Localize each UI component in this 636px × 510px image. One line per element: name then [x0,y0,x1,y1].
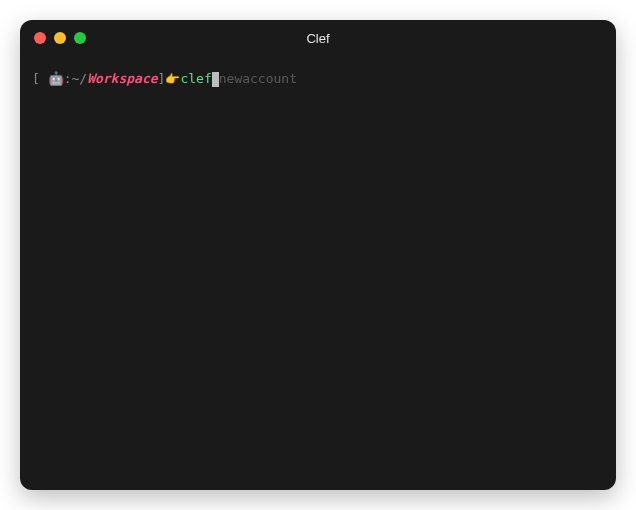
robot-icon: 🤖 [48,70,64,88]
terminal-body[interactable]: [ 🤖 : ~/ Workspace ] 👉 clef newaccount [20,56,616,490]
prompt-open-bracket: [ [32,70,48,88]
prompt-path-tilde: ~/ [71,70,87,88]
window-title: Clef [20,31,616,46]
prompt-close-bracket: ] [158,70,166,88]
terminal-window: Clef [ 🤖 : ~/ Workspace ] 👉 clef newacco… [20,20,616,490]
prompt-line: [ 🤖 : ~/ Workspace ] 👉 clef newaccount [32,70,604,88]
pointer-icon: 👉 [165,70,180,88]
cursor [212,72,219,87]
traffic-lights [20,32,86,44]
minimize-icon[interactable] [54,32,66,44]
titlebar[interactable]: Clef [20,20,616,56]
maximize-icon[interactable] [74,32,86,44]
autosuggest-text: newaccount [219,70,297,88]
close-icon[interactable] [34,32,46,44]
prompt-path-prefix: : [64,70,72,88]
prompt-workspace: Workspace [87,70,157,88]
command-input[interactable]: clef [180,70,211,88]
